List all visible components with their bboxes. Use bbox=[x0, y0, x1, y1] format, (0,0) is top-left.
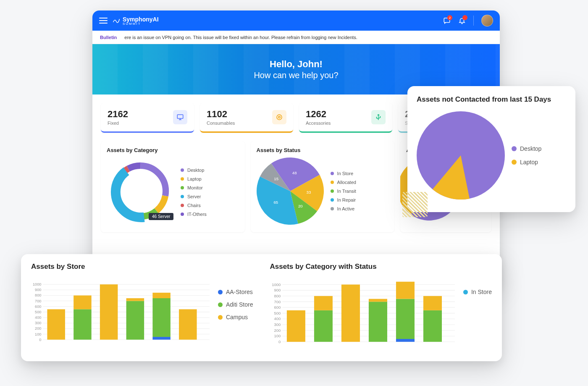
svg-rect-77 bbox=[396, 299, 414, 339]
logo-icon bbox=[113, 18, 120, 24]
legend-item: In Store bbox=[463, 289, 492, 295]
svg-text:33: 33 bbox=[306, 190, 311, 194]
bell-icon[interactable] bbox=[458, 17, 466, 24]
legend-label: Aditi Store bbox=[226, 301, 253, 308]
chat-icon[interactable]: 2 bbox=[443, 17, 451, 24]
legend-dot bbox=[512, 160, 517, 165]
legend-dot bbox=[181, 186, 184, 189]
legend-label: Monitor bbox=[187, 185, 203, 190]
stat-card-fixed[interactable]: 2162 Fixed bbox=[101, 103, 194, 133]
svg-rect-72 bbox=[314, 296, 332, 310]
svg-rect-76 bbox=[396, 339, 414, 342]
legend-dot bbox=[218, 290, 223, 294]
stat-label: Consumables bbox=[207, 121, 235, 126]
svg-text:65: 65 bbox=[273, 200, 278, 205]
svg-rect-75 bbox=[368, 299, 387, 302]
legend-dot bbox=[331, 198, 334, 202]
chart-title: Assets by Category bbox=[107, 147, 239, 153]
stat-card-accessories[interactable]: 1262 Accessories bbox=[299, 103, 392, 133]
legend-dot bbox=[463, 290, 468, 294]
svg-rect-73 bbox=[341, 284, 360, 341]
chart-card-status[interactable]: Assets by Status 4833206515 In StoreAllo… bbox=[251, 141, 395, 232]
svg-text:500: 500 bbox=[274, 311, 281, 315]
svg-text:400: 400 bbox=[274, 316, 281, 321]
legend-label: In Transit bbox=[337, 189, 356, 194]
svg-text:600: 600 bbox=[274, 305, 281, 310]
svg-rect-45 bbox=[152, 298, 170, 337]
svg-text:100: 100 bbox=[35, 332, 41, 336]
svg-rect-40 bbox=[74, 295, 91, 309]
chart-card-category[interactable]: Assets by Category 46 Server DesktopLapt… bbox=[101, 141, 245, 232]
legend-item: AA-Stores bbox=[218, 289, 253, 295]
avatar[interactable] bbox=[481, 15, 493, 26]
svg-text:1000: 1000 bbox=[33, 282, 41, 286]
bar-panel-category-status: Assets by Category with Status 010020030… bbox=[270, 263, 492, 353]
legend-item: Desktop bbox=[181, 168, 207, 173]
legend-item: Laptop bbox=[512, 159, 541, 165]
svg-text:500: 500 bbox=[35, 310, 41, 314]
svg-text:200: 200 bbox=[274, 328, 281, 333]
bar-chart: 01002003004005006007008009001000 bbox=[31, 280, 210, 344]
bar-panel-store: Assets by Store 010020030040050060070080… bbox=[31, 263, 253, 353]
chart-legend: DesktopLaptop bbox=[512, 145, 541, 165]
pie-chart: 4833206515 bbox=[257, 158, 324, 225]
legend-label: In Store bbox=[337, 171, 354, 176]
svg-point-2 bbox=[277, 115, 282, 120]
svg-rect-43 bbox=[126, 298, 144, 301]
disc-icon bbox=[272, 110, 286, 124]
svg-text:400: 400 bbox=[35, 315, 41, 320]
popup-bars-card: Assets by Store 010020030040050060070080… bbox=[21, 254, 502, 361]
svg-text:200: 200 bbox=[35, 326, 41, 331]
svg-text:300: 300 bbox=[274, 322, 281, 327]
legend-dot bbox=[331, 181, 334, 184]
legend-dot bbox=[181, 204, 184, 207]
legend-label: AA-Stores bbox=[226, 289, 253, 295]
svg-rect-1 bbox=[177, 115, 183, 118]
stat-card-consumables[interactable]: 1102 Consumables bbox=[200, 103, 293, 133]
chart-legend: AA-StoresAditi StoreCampus bbox=[218, 280, 253, 344]
svg-rect-41 bbox=[100, 284, 118, 340]
legend-dot bbox=[331, 189, 334, 193]
legend-label: In Active bbox=[337, 206, 355, 211]
svg-rect-70 bbox=[286, 310, 305, 342]
stat-label: Fixed bbox=[108, 121, 128, 126]
legend-item: In Active bbox=[331, 206, 356, 211]
legend-dot bbox=[181, 195, 184, 198]
svg-text:0: 0 bbox=[278, 339, 280, 344]
topbar-actions: 2 bbox=[443, 15, 493, 26]
svg-rect-44 bbox=[152, 337, 170, 340]
chart-legend: In Store bbox=[463, 280, 492, 346]
legend-item: Campus bbox=[218, 314, 253, 320]
topbar-divider bbox=[473, 16, 474, 26]
usb-icon bbox=[371, 110, 386, 124]
legend-dot bbox=[181, 177, 184, 181]
legend-label: Server bbox=[187, 194, 201, 199]
notification-badge: 2 bbox=[447, 15, 452, 20]
legend-item: Aditi Store bbox=[218, 301, 253, 308]
svg-rect-46 bbox=[152, 293, 170, 298]
legend-dot bbox=[218, 302, 223, 307]
bulletin-label: Bulletin bbox=[100, 35, 117, 40]
monitor-icon bbox=[173, 110, 187, 124]
svg-rect-38 bbox=[47, 309, 65, 339]
chart-title: Assets by Category with Status bbox=[270, 263, 492, 271]
legend-dot bbox=[512, 146, 517, 151]
svg-text:0: 0 bbox=[39, 338, 41, 342]
legend-item: Laptop bbox=[181, 176, 207, 181]
hero-prompt: How can we help you? bbox=[254, 71, 338, 80]
brand-logo[interactable]: SymphonyAI SUMMIT bbox=[113, 16, 159, 26]
svg-text:700: 700 bbox=[274, 299, 281, 304]
hero-greeting: Hello, John! bbox=[270, 59, 323, 70]
menu-icon[interactable] bbox=[99, 18, 108, 24]
svg-text:800: 800 bbox=[35, 293, 41, 297]
svg-text:48: 48 bbox=[292, 171, 297, 175]
svg-text:900: 900 bbox=[35, 288, 41, 292]
svg-point-3 bbox=[278, 116, 281, 118]
stat-value: 1262 bbox=[306, 109, 331, 120]
legend-item: Chairs bbox=[181, 203, 207, 208]
topbar: SymphonyAI SUMMIT 2 bbox=[92, 11, 500, 31]
legend-label: In Store bbox=[471, 289, 492, 295]
legend-label: Desktop bbox=[187, 168, 204, 173]
svg-text:1000: 1000 bbox=[272, 282, 281, 287]
legend-label: Allocated bbox=[337, 180, 356, 185]
